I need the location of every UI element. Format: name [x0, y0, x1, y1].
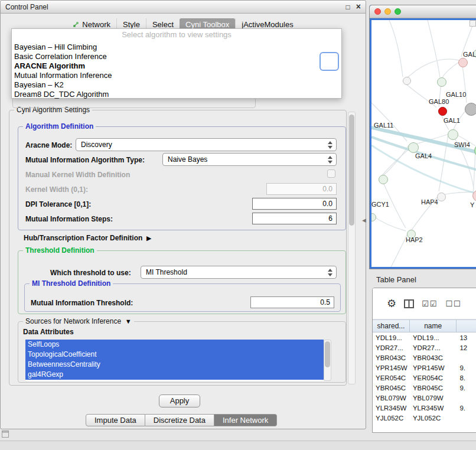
- attribute-list-scrollbar[interactable]: [324, 340, 331, 381]
- mi-threshold-group: MI Threshold Definition Mutual Informati…: [24, 283, 341, 312]
- splitter-collapse-icon[interactable]: ◀: [362, 217, 366, 223]
- node-label: GAL10: [446, 91, 466, 98]
- zoom-traffic-light-icon[interactable]: [395, 8, 401, 15]
- attribute-item-selected[interactable]: SelfLoops: [25, 340, 324, 350]
- table-row[interactable]: YBR045CYBR045C9.: [373, 383, 476, 393]
- node-label: SWI4: [454, 141, 470, 148]
- node-label: GAL: [463, 51, 476, 58]
- network-node[interactable]: [403, 77, 411, 85]
- manual-kernel-label: Manual Kernel Width Definition: [25, 171, 130, 179]
- control-panel-titlebar: Control Panel □ ×: [1, 1, 366, 14]
- kernel-width-field: 0.0: [266, 183, 337, 195]
- algorithm-option[interactable]: Dream8 DC_TDC Algorithm: [12, 90, 341, 99]
- table-row[interactable]: YBR043CYBR043C: [373, 353, 476, 363]
- chevron-right-icon: ▶: [146, 234, 151, 242]
- node-label: HAP4: [421, 198, 438, 206]
- attribute-item-selected[interactable]: BetweennessCentrality: [25, 360, 324, 370]
- table-row[interactable]: YJL052CYJL052C: [373, 413, 476, 423]
- algorithm-option[interactable]: Bayesian – K2: [12, 80, 341, 90]
- algorithm-list: Bayesian – Hill Climbing Basic Correlati…: [12, 43, 341, 99]
- network-tab-icon: [73, 21, 79, 28]
- mi-steps-label: Mutual Information Steps:: [25, 215, 113, 223]
- hub-section-toggle[interactable]: Hub/Transcription Factor Definition ▶: [24, 234, 151, 242]
- network-node-gal4[interactable]: [408, 142, 419, 153]
- settings-scrollbar[interactable]: [348, 112, 356, 384]
- algorithm-placeholder: Select algorithm to view settings: [12, 30, 341, 40]
- table-row[interactable]: YLR345WYLR345W9.: [373, 403, 476, 413]
- deselect-all-icon[interactable]: ☐☐: [445, 299, 461, 308]
- which-threshold-select[interactable]: MI Threshold: [141, 266, 337, 279]
- kernel-width-label: Kernel Width (0,1):: [25, 185, 88, 194]
- network-node-hap4[interactable]: [437, 193, 446, 201]
- algorithm-option[interactable]: Basic Correlation Inference: [12, 52, 341, 61]
- algorithm-definition-group: Algorithm Definition Aracne Mode: Discov…: [18, 126, 346, 230]
- node-label: GCY1: [371, 201, 389, 208]
- network-view-window: GAL GAL80 GAL10 GAL11 GAL1 SWI4 GAL4 GCY…: [369, 5, 476, 269]
- mi-threshold-group-title: MI Threshold Definition: [30, 279, 113, 288]
- combo-arrows-icon: [328, 269, 332, 276]
- mi-threshold-field[interactable]: 0.5: [250, 296, 334, 308]
- close-icon[interactable]: ×: [356, 3, 361, 11]
- combo-arrows-icon: [328, 156, 332, 164]
- table-header: shared... name: [373, 319, 476, 332]
- algorithm-option-selected[interactable]: ARACNE Algorithm: [12, 61, 341, 71]
- chevron-down-icon: ▼: [125, 318, 132, 325]
- scrollbar-corner: [470, 20, 476, 27]
- network-node[interactable]: [465, 103, 476, 116]
- algorithm-option[interactable]: Mutual Information Inference: [12, 71, 341, 80]
- tab-discretize-data[interactable]: Discretize Data: [145, 414, 214, 426]
- select-all-icon[interactable]: ☑☑: [422, 299, 438, 308]
- minimize-traffic-light-icon[interactable]: [384, 8, 391, 15]
- application-desktop: Control Panel □ × Network Style Select C…: [0, 0, 476, 450]
- network-node-gal1[interactable]: [448, 129, 458, 140]
- table-row[interactable]: YDR27...YDR27...12: [373, 343, 476, 353]
- node-label: HAP2: [406, 236, 423, 243]
- control-panel-title: Control Panel: [5, 3, 48, 11]
- table-panel-title: Table Panel: [376, 275, 416, 284]
- column-header-extra[interactable]: [457, 320, 476, 332]
- apply-button[interactable]: Apply: [159, 394, 200, 407]
- mi-steps-field[interactable]: 6: [252, 213, 337, 224]
- column-header-shared-name[interactable]: shared...: [373, 320, 410, 332]
- tab-infer-network[interactable]: Infer Network: [214, 414, 277, 426]
- network-node-gal10[interactable]: [438, 107, 447, 116]
- combo-arrows-icon: [328, 141, 332, 149]
- table-row[interactable]: YDL19...YDL19...13: [373, 332, 476, 343]
- table-body: YDL19...YDL19...13 YDR27...YDR27...12 YB…: [373, 332, 476, 423]
- dpi-tolerance-label: DPI Tolerance [0,1]:: [25, 200, 91, 208]
- tab-impute-data[interactable]: Impute Data: [86, 414, 145, 426]
- table-row[interactable]: YPR145WYPR145W9.: [373, 363, 476, 373]
- close-traffic-light-icon[interactable]: [374, 8, 381, 15]
- focused-button-fragment[interactable]: [319, 52, 339, 71]
- which-threshold-label: Which threshold to use:: [50, 269, 131, 277]
- table-row[interactable]: YER054CYER054C8.: [373, 373, 476, 383]
- attribute-item-selected[interactable]: TopologicalCoefficient: [25, 350, 324, 360]
- column-header-name[interactable]: name: [410, 320, 457, 332]
- docked-panel-icon[interactable]: [2, 431, 9, 438]
- aracne-mode-select[interactable]: Discovery: [76, 138, 337, 151]
- gear-icon[interactable]: ⚙: [387, 297, 396, 310]
- network-node[interactable]: [437, 77, 446, 87]
- node-label: GAL80: [429, 98, 449, 105]
- status-bar: [0, 441, 476, 450]
- network-node[interactable]: [458, 58, 468, 67]
- data-attributes-label: Data Attributes: [23, 328, 74, 336]
- network-canvas[interactable]: GAL GAL80 GAL10 GAL11 GAL1 SWI4 GAL4 GCY…: [371, 20, 476, 267]
- network-node[interactable]: [379, 175, 388, 184]
- dpi-tolerance-field[interactable]: 0.0: [252, 198, 337, 210]
- threshold-definition-group: Threshold Definition Which threshold to …: [18, 250, 346, 314]
- mi-type-select[interactable]: Naive Bayes: [162, 153, 337, 166]
- bottom-tab-bar: Impute Data Discretize Data Infer Networ…: [86, 414, 277, 426]
- algorithm-dropdown-popup: Select algorithm to view settings Bayesi…: [11, 28, 342, 99]
- algorithm-definition-title: Algorithm Definition: [23, 122, 96, 131]
- manual-kernel-checkbox: [327, 169, 335, 178]
- columns-icon[interactable]: [404, 299, 414, 308]
- attribute-item-selected[interactable]: gal4RGexp: [25, 370, 324, 380]
- table-row[interactable]: YBL079WYBL079W: [373, 393, 476, 403]
- float-window-icon[interactable]: □: [346, 3, 350, 11]
- node-label: GAL1: [444, 117, 460, 124]
- sources-group-toggle[interactable]: Sources for Network Inference ▼: [23, 317, 134, 325]
- algorithm-option[interactable]: Bayesian – Hill Climbing: [12, 43, 341, 52]
- node-label: GAL11: [374, 122, 393, 129]
- threshold-definition-title: Threshold Definition: [23, 246, 97, 255]
